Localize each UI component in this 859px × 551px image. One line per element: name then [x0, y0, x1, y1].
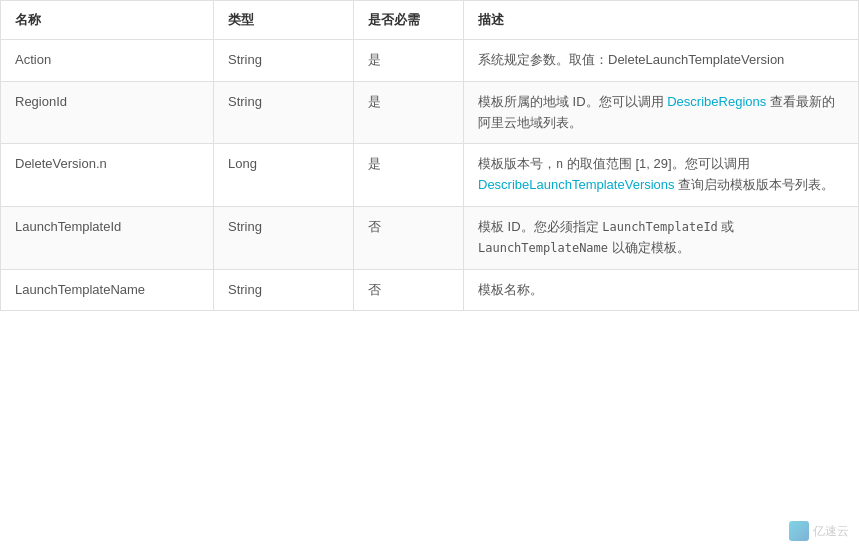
description-code: LaunchTemplateId: [602, 220, 718, 234]
cell-type: String: [214, 40, 354, 82]
description-text: 的取值范围 [1, 29]。您可以调用: [563, 156, 749, 171]
description-text: 模板所属的地域 ID。您可以调用: [478, 94, 667, 109]
cell-description: 模板名称。: [464, 269, 859, 311]
cell-type: String: [214, 269, 354, 311]
table-row: LaunchTemplateNameString否模板名称。: [1, 269, 859, 311]
cell-name: RegionId: [1, 81, 214, 144]
cell-required: 是: [354, 81, 464, 144]
cell-required: 是: [354, 40, 464, 82]
description-text: 以确定模板。: [608, 240, 690, 255]
cell-type: String: [214, 206, 354, 269]
table-row: LaunchTemplateIdString否模板 ID。您必须指定 Launc…: [1, 206, 859, 269]
description-code: LaunchTemplateName: [478, 241, 608, 255]
table-row: RegionIdString是模板所属的地域 ID。您可以调用 Describe…: [1, 81, 859, 144]
cell-name: LaunchTemplateId: [1, 206, 214, 269]
description-text: 模板版本号，: [478, 156, 556, 171]
description-text: 查询启动模板版本号列表。: [675, 177, 835, 192]
header-name: 名称: [1, 1, 214, 40]
cell-name: LaunchTemplateName: [1, 269, 214, 311]
cell-name: Action: [1, 40, 214, 82]
header-type: 类型: [214, 1, 354, 40]
description-link[interactable]: DescribeRegions: [667, 94, 766, 109]
cell-required: 否: [354, 269, 464, 311]
api-params-table: 名称 类型 是否必需 描述 ActionString是系统规定参数。取值：Del…: [0, 0, 859, 311]
cell-required: 否: [354, 206, 464, 269]
description-text: 模板 ID。您必须指定: [478, 219, 602, 234]
cell-description: 模板版本号，n 的取值范围 [1, 29]。您可以调用 DescribeLaun…: [464, 144, 859, 207]
cell-description: 模板 ID。您必须指定 LaunchTemplateId 或 LaunchTem…: [464, 206, 859, 269]
table-row: ActionString是系统规定参数。取值：DeleteLaunchTempl…: [1, 40, 859, 82]
table-header-row: 名称 类型 是否必需 描述: [1, 1, 859, 40]
table-row: DeleteVersion.nLong是模板版本号，n 的取值范围 [1, 29…: [1, 144, 859, 207]
description-link[interactable]: DescribeLaunchTemplateVersions: [478, 177, 675, 192]
description-text: 或: [718, 219, 735, 234]
header-description: 描述: [464, 1, 859, 40]
cell-type: Long: [214, 144, 354, 207]
cell-required: 是: [354, 144, 464, 207]
cell-description: 模板所属的地域 ID。您可以调用 DescribeRegions 查看最新的阿里…: [464, 81, 859, 144]
header-required: 是否必需: [354, 1, 464, 40]
cell-type: String: [214, 81, 354, 144]
cell-description: 系统规定参数。取值：DeleteLaunchTemplateVersion: [464, 40, 859, 82]
cell-name: DeleteVersion.n: [1, 144, 214, 207]
